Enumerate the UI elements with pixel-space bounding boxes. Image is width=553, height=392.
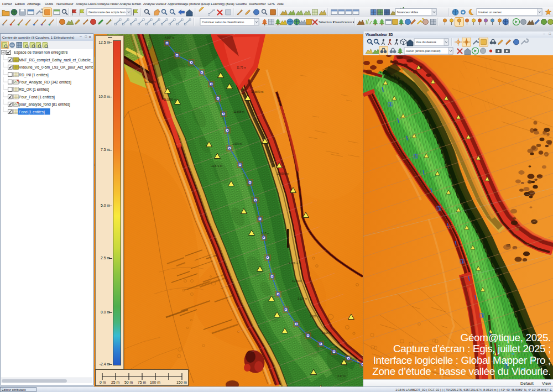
svg-text:0 m: 0 m [100, 380, 106, 384]
svg-text:11.6879 m: 11.6879 m [251, 91, 263, 93]
svg-text:75 m: 75 m [138, 380, 146, 384]
svg-text:Pour_Analyse_RD [342 entités]: Pour_Analyse_RD [342 entités] [19, 80, 71, 85]
svg-text:MNT_RG_complet_Bathy_razil_et_: MNT_RG_complet_Bathy_razil_et_Cubelle_1m… [19, 58, 93, 62]
svg-text:11.75 m: 11.75 m [237, 66, 246, 69]
svg-text:Sélection ▾: Sélection ▾ [319, 20, 334, 24]
svg-text:2.626 m: 2.626 m [322, 332, 331, 334]
svg-text:1.994 m: 1.994 m [232, 143, 242, 145]
svg-text:11.871 m: 11.871 m [211, 165, 222, 168]
svg-text:11.303 m: 11.303 m [145, 81, 156, 83]
svg-text:3.244 m: 3.244 m [292, 280, 301, 283]
svg-text:11.5590 m: 11.5590 m [164, 98, 176, 101]
svg-text:pour_analyse_fond [81 entités]: pour_analyse_fond [81 entités] [19, 102, 70, 107]
svg-text:2.919 m: 2.919 m [289, 262, 298, 265]
svg-text:Aucun (arrière-plan massif): Aucun (arrière-plan massif) [406, 49, 441, 53]
svg-text:3.17 m: 3.17 m [261, 232, 269, 235]
svg-text:3.114 m: 3.114 m [298, 297, 307, 300]
svg-text:11.608 m: 11.608 m [233, 111, 244, 113]
svg-text:RD_OK [1 entités]: RD_OK [1 entités] [19, 87, 49, 92]
svg-text:2.607 m: 2.607 m [310, 315, 319, 318]
svg-text:Vue du dessus: Vue du dessus [416, 40, 436, 44]
svg-text:100 m: 100 m [150, 380, 160, 384]
svg-text:Coloriser selon la classificat: Coloriser selon la classification [202, 20, 244, 24]
svg-text:150 m: 150 m [176, 380, 187, 384]
svg-text:Vidourle_V6_0-5m_L93_OK_pour_A: Vidourle_V6_0-5m_L93_OK_pour_Act_remblai… [19, 65, 93, 70]
svg-text:RD_INI [1 entités]: RD_INI [1 entités] [19, 73, 49, 77]
svg-text:25 m: 25 m [111, 380, 119, 384]
svg-text:11.6906 m: 11.6906 m [276, 173, 289, 175]
svg-text:Fond [1 entités]: Fond [1 entités] [19, 110, 45, 114]
svg-text:Nuanceur Atlas: Nuanceur Atlas [397, 11, 418, 14]
svg-text:50 m: 50 m [124, 380, 133, 384]
svg-text:Espace de travail non enregist: Espace de travail non enregistré [14, 50, 68, 55]
svg-text:Insérer un vertex: Insérer un vertex [478, 11, 502, 14]
svg-text:Gestionnaire des scripts favo: Gestionnaire des scripts favo [88, 11, 126, 14]
svg-text:Pour_Fond [1 entités]: Pour_Fond [1 entités] [19, 95, 55, 100]
svg-text:4.907 m: 4.907 m [165, 36, 174, 39]
svg-text:Classification ▾: Classification ▾ [333, 20, 354, 24]
